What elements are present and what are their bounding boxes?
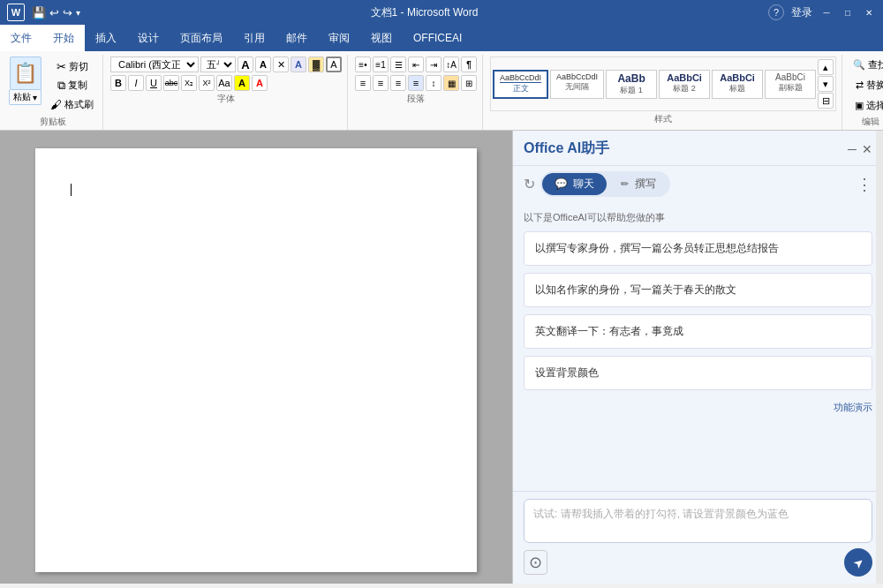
clear-format-btn[interactable]: ✕ (273, 57, 289, 72)
minimize-btn[interactable]: ─ (819, 5, 834, 19)
char-border-btn[interactable]: A (326, 57, 342, 72)
align-left-btn[interactable]: ≡ (355, 75, 371, 91)
ai-panel-header: Office AI助手 ─ ✕ (513, 131, 883, 166)
ai-suggestion-3[interactable]: 英文翻译一下：有志者，事竟成 (524, 314, 872, 349)
numbering-btn[interactable]: ≡1 (373, 57, 389, 72)
menu-item-layout[interactable]: 页面布局 (170, 25, 233, 51)
paste-arrow: ▾ (33, 93, 37, 102)
sort-btn[interactable]: ↕A (443, 57, 459, 72)
underline-btn[interactable]: U (146, 75, 162, 91)
style-heading2[interactable]: AaBbCi 标题 2 (659, 70, 710, 99)
font-size-select[interactable]: 五号 (200, 57, 236, 72)
ai-panel-scrollbar[interactable] (876, 131, 883, 584)
find-label: 查找 (868, 58, 883, 72)
justify-btn[interactable]: ≡ (408, 75, 424, 91)
title-bar-left: W 💾 ↩ ↪ ▾ (7, 4, 80, 21)
document-area (0, 131, 512, 584)
ai-mode-tabs: 💬 聊天 ✏ 撰写 (540, 171, 670, 197)
borders-btn[interactable]: ⊞ (461, 75, 477, 91)
find-btn[interactable]: 🔍 查找 (849, 57, 883, 73)
ai-suggestion-4[interactable]: 设置背景颜色 (524, 356, 872, 390)
ai-suggestion-2[interactable]: 以知名作家的身份，写一篇关于春天的散文 (524, 273, 872, 307)
undo-quick-btn[interactable]: ↩ (49, 6, 59, 19)
strikethrough-btn[interactable]: abc (163, 75, 179, 91)
increase-indent-btn[interactable]: ⇥ (426, 57, 442, 72)
help-btn[interactable]: ? (768, 4, 784, 20)
style-title[interactable]: AaBbCi 标题 (712, 70, 763, 99)
ai-panel-controls: ─ ✕ (848, 142, 872, 156)
style-normal[interactable]: AaBbCcDdI 正文 (493, 70, 548, 99)
clipboard-group: 📋 粘贴 ▾ ✂ 剪切 ⧉ 复制 🖌 (4, 55, 103, 130)
menu-item-design[interactable]: 设计 (127, 25, 170, 51)
ai-more-features-link[interactable]: 功能演示 (524, 397, 872, 418)
replace-icon: ⇄ (856, 79, 864, 91)
line-spacing-btn[interactable]: ↕ (426, 75, 442, 91)
menu-item-file[interactable]: 文件 (0, 25, 42, 51)
paste-dropdown[interactable]: 粘贴 ▾ (9, 90, 42, 105)
copy-button[interactable]: ⧉ 复制 (47, 77, 97, 94)
redo-quick-btn[interactable]: ↪ (63, 6, 72, 19)
bold-btn[interactable]: B (110, 75, 126, 91)
grow-font-btn[interactable]: A (238, 57, 253, 72)
paintbrush-icon: 🖌 (50, 98, 62, 111)
chat-tab-label: 聊天 (573, 177, 594, 190)
text-effects-btn[interactable]: A (291, 57, 306, 72)
ai-suggestion-1[interactable]: 以撰写专家身份，撰写一篇公务员转正思想总结报告 (524, 231, 872, 266)
find-icon: 🔍 (853, 59, 865, 71)
style-heading1[interactable]: AaBb 标题 1 (606, 70, 657, 99)
select-btn[interactable]: ▣ 选择 (851, 97, 883, 114)
styles-scroll-up[interactable]: ▴ (818, 59, 834, 75)
editing-group: 🔍 查找 ⇄ 替换 ▣ 选择 编辑 (844, 55, 883, 130)
highlight-btn[interactable]: A (234, 75, 250, 91)
ai-input-area: 试试: 请帮我插入带着的打勾符, 请设置背景颜色为蓝色 ⊙ ➤ (513, 491, 883, 584)
style-subtitle[interactable]: AaBbCi 副标题 (765, 70, 816, 99)
font-name-select[interactable]: Calibri (西文正... (110, 57, 199, 72)
ai-chat-tab[interactable]: 💬 聊天 (542, 173, 607, 195)
font-color-btn[interactable]: A (252, 75, 268, 91)
app-body: Office AI助手 ─ ✕ ↻ 💬 聊天 ✏ 撰写 ⋮ (0, 131, 883, 584)
subscript-btn[interactable]: X₂ (181, 75, 197, 91)
restore-btn[interactable]: □ (841, 5, 855, 19)
menu-item-officeai[interactable]: OFFICEAI (403, 25, 472, 51)
login-btn[interactable]: 登录 (791, 5, 812, 20)
paste-button[interactable]: 📋 (10, 57, 42, 90)
menu-item-references[interactable]: 引用 (233, 25, 275, 51)
style-no-spacing[interactable]: AaBbCcDdI 无间隔 (550, 70, 604, 99)
ai-panel-collapse[interactable]: ─ (848, 142, 857, 156)
menu-item-insert[interactable]: 插入 (85, 25, 127, 51)
ai-send-button[interactable]: ➤ (844, 548, 872, 577)
italic-btn[interactable]: I (128, 75, 144, 91)
ai-panel-close[interactable]: ✕ (862, 142, 872, 156)
styles-more[interactable]: ⊟ (818, 93, 834, 109)
multilevel-list-btn[interactable]: ☰ (390, 57, 406, 72)
superscript-btn[interactable]: X² (199, 75, 215, 91)
change-case-btn[interactable]: Aa (216, 75, 232, 91)
ai-input-box[interactable]: 试试: 请帮我插入带着的打勾符, 请设置背景颜色为蓝色 (524, 499, 872, 543)
ai-scan-icon[interactable]: ⊙ (524, 550, 547, 575)
cut-button[interactable]: ✂ 剪切 (47, 58, 97, 75)
menu-item-mailings[interactable]: 邮件 (275, 25, 318, 51)
align-right-btn[interactable]: ≡ (390, 75, 406, 91)
styles-scroll-down[interactable]: ▾ (818, 76, 834, 92)
menu-item-home[interactable]: 开始 (42, 25, 85, 51)
shading-btn[interactable]: ▦ (443, 75, 459, 91)
ai-write-tab[interactable]: ✏ 撰写 (608, 173, 668, 195)
format-painter-button[interactable]: 🖌 格式刷 (47, 96, 97, 113)
close-btn[interactable]: ✕ (862, 5, 876, 19)
menu-item-review[interactable]: 审阅 (318, 25, 360, 51)
ai-refresh-icon[interactable]: ↻ (524, 176, 535, 192)
document-page[interactable] (35, 148, 477, 572)
save-quick-btn[interactable]: 💾 (32, 6, 46, 19)
select-icon: ▣ (855, 100, 864, 111)
quick-access-more[interactable]: ▾ (76, 8, 80, 18)
ai-more-button[interactable]: ⋮ (857, 175, 872, 194)
align-center-btn[interactable]: ≡ (373, 75, 389, 91)
char-shading-btn[interactable]: ▓ (308, 57, 324, 72)
decrease-indent-btn[interactable]: ⇤ (408, 57, 424, 72)
menu-item-view[interactable]: 视图 (360, 25, 403, 51)
show-marks-btn[interactable]: ¶ (461, 57, 477, 72)
shrink-font-btn[interactable]: A (255, 57, 271, 72)
bullets-btn[interactable]: ≡• (355, 57, 371, 72)
ai-suggestions-label: 以下是OfficeAI可以帮助您做的事 (524, 211, 872, 224)
replace-btn[interactable]: ⇄ 替换 (852, 77, 883, 94)
